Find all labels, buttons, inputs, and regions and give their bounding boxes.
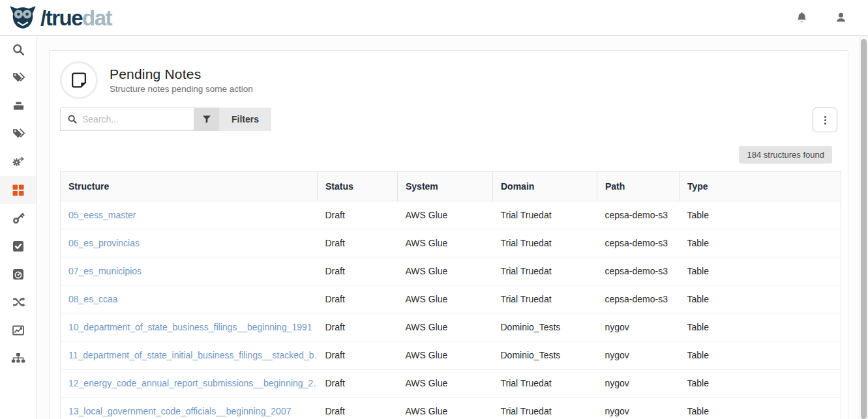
table-header-row: StructureStatusSystemDomainPathType: [61, 172, 841, 201]
cell-status: Draft: [318, 369, 398, 397]
cell-status: Draft: [318, 341, 398, 369]
structure-link[interactable]: 08_es_ccaa: [68, 294, 118, 304]
grid-icon: [12, 184, 25, 197]
cell-path: nygov: [597, 369, 680, 397]
scrollbar-thumb[interactable]: [861, 39, 867, 419]
sidebar-item-structures[interactable]: [0, 176, 37, 204]
cell-status: Draft: [318, 257, 398, 285]
table-body: 05_eess_masterDraftAWS GlueTrial Truedat…: [61, 201, 841, 419]
structure-link[interactable]: 05_eess_master: [68, 210, 136, 220]
table-row: 06_es_provinciasDraftAWS GlueTrial Trued…: [61, 229, 841, 257]
structure-link[interactable]: 11_department_of_state_initial_business_…: [68, 350, 318, 360]
search-box: [60, 108, 194, 131]
cell-type: Table: [680, 257, 841, 285]
cell-domain: Trial Truedat: [493, 257, 597, 285]
search-icon: [67, 114, 78, 124]
bell-icon: [796, 11, 808, 24]
page-title: Pending Notes: [110, 66, 253, 82]
results-count-badge: 184 structures found: [739, 146, 832, 164]
cell-path: cepsa-demo-s3: [597, 229, 680, 257]
gauge-icon: [12, 268, 25, 281]
table-row: 12_energy_code_annual_report_submissions…: [61, 369, 841, 397]
structure-link[interactable]: 06_es_provincias: [68, 238, 140, 248]
gears-icon: [11, 155, 25, 169]
briefcase-icon: [12, 99, 25, 113]
vertical-scrollbar[interactable]: [859, 36, 868, 419]
column-header-system: System: [398, 172, 493, 201]
cell-domain: Trial Truedat: [493, 229, 597, 257]
cell-path: nygov: [597, 313, 680, 341]
more-options-button[interactable]: [813, 108, 837, 132]
table-row: 10_department_of_state_business_filings_…: [61, 313, 841, 341]
page-subtitle: Structure notes pending some action: [110, 84, 253, 94]
cell-status: Draft: [318, 201, 398, 229]
sidebar-item-search[interactable]: [0, 36, 37, 64]
cell-status: Draft: [318, 285, 398, 313]
table-row: 05_eess_masterDraftAWS GlueTrial Truedat…: [61, 201, 841, 229]
structure-link[interactable]: 10_department_of_state_business_filings_…: [68, 322, 312, 332]
notifications-button[interactable]: [794, 10, 809, 25]
column-header-domain: Domain: [493, 172, 597, 201]
shuffle-icon: [12, 295, 25, 309]
table-row: 11_department_of_state_initial_business_…: [61, 341, 841, 369]
chart-line-icon: [12, 324, 25, 337]
truedat-logo[interactable]: /truedat: [9, 5, 112, 31]
cell-structure: 08_es_ccaa: [61, 285, 318, 313]
cell-structure: 11_department_of_state_initial_business_…: [61, 341, 318, 369]
column-header-structure: Structure: [61, 172, 318, 201]
cell-system: AWS Glue: [398, 201, 493, 229]
cell-path: nygov: [597, 341, 680, 369]
kebab-icon: [824, 116, 826, 124]
cell-system: AWS Glue: [398, 313, 493, 341]
cell-status: Draft: [318, 313, 398, 341]
cell-domain: Trial Truedat: [493, 201, 597, 229]
cell-system: AWS Glue: [398, 397, 493, 419]
cell-path: nygov: [597, 397, 680, 419]
tags-icon: [12, 127, 25, 141]
cell-status: Draft: [318, 397, 398, 419]
sidebar-item-business-concepts[interactable]: [0, 92, 37, 120]
sidebar-item-admin[interactable]: [0, 148, 37, 176]
filter-funnel-button[interactable]: [194, 108, 219, 131]
key-icon: [12, 211, 25, 225]
cell-structure: 07_es_municipios: [61, 257, 318, 285]
cell-system: AWS Glue: [398, 285, 493, 313]
sidebar-item-quality[interactable]: [0, 260, 37, 288]
cell-path: cepsa-demo-s3: [597, 257, 680, 285]
sidebar-item-permissions[interactable]: [0, 204, 37, 232]
sidebar-item-taxonomy[interactable]: [0, 120, 37, 148]
note-icon: [60, 61, 98, 99]
structures-table: StructureStatusSystemDomainPathType 05_e…: [60, 171, 841, 419]
sidebar-item-lineage[interactable]: [0, 288, 37, 316]
sidebar-item-dashboards[interactable]: [0, 316, 37, 344]
funnel-icon: [202, 114, 212, 124]
cell-domain: Trial Truedat: [493, 397, 597, 419]
table-row: 08_es_ccaaDraftAWS GlueTrial Truedatceps…: [61, 285, 841, 313]
structure-link[interactable]: 12_energy_code_annual_report_submissions…: [68, 378, 318, 388]
cell-system: AWS Glue: [398, 341, 493, 369]
cell-type: Table: [680, 313, 841, 341]
cell-system: AWS Glue: [398, 369, 493, 397]
structure-link[interactable]: 07_es_municipios: [68, 266, 142, 276]
cell-system: AWS Glue: [398, 229, 493, 257]
cell-system: AWS Glue: [398, 257, 493, 285]
cell-domain: Trial Truedat: [493, 369, 597, 397]
cell-structure: 06_es_provincias: [61, 229, 318, 257]
filters-button[interactable]: Filters: [219, 108, 271, 131]
sidebar-item-sitemap[interactable]: [0, 344, 37, 372]
main-content: Pending Notes Structure notes pending so…: [37, 36, 868, 419]
sidebar-item-rules[interactable]: [0, 232, 37, 260]
search-input[interactable]: [82, 114, 187, 124]
cell-domain: Dominio_Tests: [493, 313, 597, 341]
column-header-status: Status: [318, 172, 398, 201]
user-menu-button[interactable]: [833, 10, 848, 25]
user-icon: [835, 11, 847, 24]
sidebar-item-glossary[interactable]: [0, 64, 37, 92]
cell-type: Table: [680, 341, 841, 369]
owl-icon: [9, 5, 37, 31]
structure-link[interactable]: 13_local_government_code_officials__begi…: [68, 406, 291, 416]
page-header: Pending Notes Structure notes pending so…: [60, 61, 837, 99]
cell-type: Table: [680, 369, 841, 397]
cell-type: Table: [680, 397, 841, 419]
cell-path: cepsa-demo-s3: [597, 201, 680, 229]
